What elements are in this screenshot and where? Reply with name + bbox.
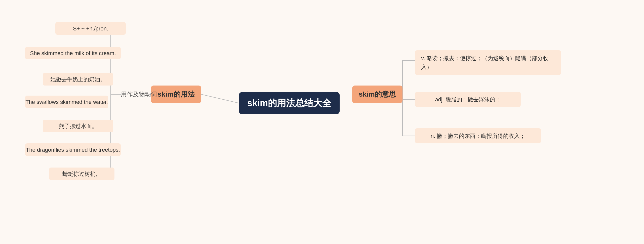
right-node-1: v. 略读；撇去；使掠过；（为逃税而）隐瞒（部分收入）	[415, 50, 561, 75]
primary-left-label: skim的用法	[157, 90, 195, 99]
primary-right-label: skim的意思	[359, 90, 396, 99]
right-node-1-text: v. 略读；撇去；使掠过；（为逃税而）隐瞒（部分收入）	[421, 54, 555, 71]
left-node-2: She skimmed the milk of its cream.	[25, 47, 121, 59]
right-node-3: n. 撇；撇去的东西；瞒报所得的收入；	[415, 128, 541, 143]
right-node-3-text: n. 撇；撇去的东西；瞒报所得的收入；	[431, 132, 525, 140]
left-node-6-text: The dragonflies skimmed the treetops.	[26, 146, 120, 154]
left-node-5-text: 燕子掠过水面。	[59, 122, 97, 130]
left-node-6: The dragonflies skimmed the treetops.	[25, 143, 121, 156]
left-node-2-text: She skimmed the milk of its cream.	[30, 49, 116, 57]
svg-line-0	[201, 94, 239, 103]
primary-left-node: skim的用法	[151, 86, 201, 103]
left-node-1: S+ ~ +n./pron.	[55, 22, 126, 35]
right-node-2: adj. 脱脂的；撇去浮沫的；	[415, 92, 521, 107]
left-node-4: The swallows skimmed the water.	[25, 96, 108, 108]
left-node-5: 燕子掠过水面。	[43, 120, 113, 132]
left-node-4-text: The swallows skimmed the water.	[25, 98, 108, 106]
left-node-3-text: 她撇去牛奶上的奶油。	[50, 75, 106, 84]
center-label: skim的用法总结大全	[247, 97, 331, 109]
mind-map: skim的用法总结大全 skim的用法 用作及物动词 S+ ~ +n./pron…	[0, 0, 644, 244]
center-node: skim的用法总结大全	[239, 92, 340, 114]
primary-right-node: skim的意思	[352, 86, 403, 103]
left-node-1-text: S+ ~ +n./pron.	[73, 24, 108, 33]
left-node-7-text: 蜻蜓掠过树梢。	[62, 170, 101, 178]
left-label-node: 用作及物动词	[121, 90, 157, 98]
right-node-2-text: adj. 脱脂的；撇去浮沫的；	[435, 95, 501, 104]
left-label-text: 用作及物动词	[121, 91, 157, 98]
left-node-3: 她撇去牛奶上的奶油。	[43, 73, 113, 86]
left-node-7: 蜻蜓掠过树梢。	[49, 168, 114, 180]
